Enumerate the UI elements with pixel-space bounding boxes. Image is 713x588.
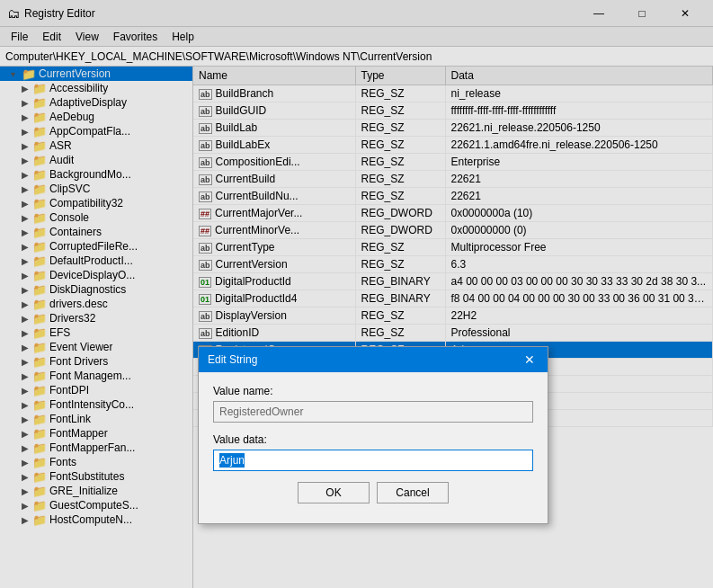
tree-item[interactable]: ▶📁Compatibility32	[0, 196, 192, 210]
tree-item[interactable]: ▶📁HostComputeN...	[0, 512, 192, 527]
ab-icon: ab	[199, 243, 212, 254]
tree-item[interactable]: ▶📁FontMapper	[0, 426, 192, 441]
menu-item-favorites[interactable]: Favorites	[106, 29, 165, 44]
menu-item-help[interactable]: Help	[165, 29, 201, 44]
row-type: REG_SZ	[355, 325, 445, 342]
tree-item[interactable]: ▶📁Event Viewer	[0, 340, 192, 354]
tree-arrow-icon[interactable]: ▶	[22, 170, 32, 180]
tree-item[interactable]: ▶📁FontDPI	[0, 383, 192, 397]
tree-item[interactable]: ▶📁GuestComputeS...	[0, 498, 192, 512]
tree-arrow-icon[interactable]: ▶	[22, 271, 32, 281]
table-row[interactable]: abEditionIDREG_SZProfessional	[193, 325, 713, 342]
tree-arrow-icon[interactable]: ▶	[22, 299, 32, 309]
dword-icon: ##	[199, 226, 211, 236]
tree-arrow-icon[interactable]: ▶	[22, 386, 32, 396]
folder-icon: 📁	[32, 139, 47, 152]
tree-arrow-icon[interactable]: ▶	[22, 400, 32, 410]
tree-item[interactable]: ▶📁Drivers32	[0, 311, 192, 325]
tree-arrow-icon[interactable]: ▶	[22, 328, 32, 338]
minimize-button[interactable]: —	[578, 4, 619, 23]
table-row[interactable]: abDisplayVersionREG_SZ22H2	[193, 307, 713, 325]
edit-string-dialog[interactable]: Edit String ✕ Value name: Value data: Ar…	[198, 346, 548, 524]
tree-item[interactable]: ▶📁Audit	[0, 153, 192, 167]
tree-item[interactable]: ▶📁Font Managem...	[0, 369, 192, 383]
row-name: abBuildLab	[193, 120, 355, 137]
tree-arrow-icon[interactable]: ▶	[22, 184, 32, 194]
tree-item[interactable]: ▶📁AeDebug	[0, 110, 192, 124]
table-row[interactable]: ##CurrentMinorVe...REG_DWORD0x00000000 (…	[193, 222, 713, 239]
tree-item[interactable]: ▶📁ClipSVC	[0, 182, 192, 196]
row-name: abEditionID	[193, 325, 355, 342]
tree-arrow-icon[interactable]: ▶	[22, 486, 32, 496]
table-row[interactable]: abCurrentBuildNu...REG_SZ22621	[193, 188, 713, 205]
tree-item[interactable]: ▶📁Containers	[0, 225, 192, 239]
table-row[interactable]: ##CurrentMajorVer...REG_DWORD0x0000000a …	[193, 205, 713, 222]
table-row[interactable]: abCurrentVersionREG_SZ6.3	[193, 256, 713, 273]
tree-arrow-icon[interactable]: ▶	[22, 156, 32, 165]
tree-item[interactable]: ▶📁FontIntensityCo...	[0, 397, 192, 412]
tree-arrow-icon[interactable]: ▶	[22, 472, 32, 482]
menu-item-file[interactable]: File	[4, 29, 35, 44]
tree-arrow-icon[interactable]: ▶	[22, 112, 32, 122]
tree-item[interactable]: ▶📁EFS	[0, 325, 192, 340]
maximize-button[interactable]: □	[621, 4, 663, 23]
tree-arrow-icon[interactable]: ▶	[22, 84, 32, 94]
tree-item[interactable]: ▶📁Accessibility	[0, 81, 192, 95]
table-row[interactable]: abCurrentBuildREG_SZ22621	[193, 171, 713, 188]
table-row[interactable]: 01DigitalProductIdREG_BINARYa4 00 00 00 …	[193, 273, 713, 290]
close-button[interactable]: ✕	[664, 4, 706, 23]
tree-arrow-icon[interactable]: ▶	[22, 371, 32, 381]
tree-item[interactable]: ▶📁Console	[0, 210, 192, 225]
tree-item[interactable]: ▶📁FontSubstitutes	[0, 469, 192, 484]
tree-arrow-icon[interactable]: ▶	[22, 141, 32, 151]
folder-icon: 📁	[32, 485, 47, 497]
table-row[interactable]: abCurrentTypeREG_SZMultiprocessor Free	[193, 239, 713, 256]
tree-arrow-icon[interactable]: ▶	[22, 285, 32, 295]
tree-arrow-icon[interactable]: ▶	[22, 227, 32, 237]
tree-item[interactable]: ▶📁DefaultProductI...	[0, 254, 192, 268]
table-row[interactable]: abBuildGUIDREG_SZffffffff-ffff-ffff-ffff…	[193, 102, 713, 120]
tree-arrow-icon[interactable]: ▶	[22, 443, 32, 453]
value-name-input[interactable]	[213, 401, 533, 423]
tree-arrow-icon[interactable]: ▾	[11, 69, 22, 79]
tree-item[interactable]: ▶📁AdaptiveDisplay	[0, 95, 192, 110]
tree-arrow-icon[interactable]: ▶	[22, 357, 32, 367]
tree-arrow-icon[interactable]: ▶	[22, 127, 32, 137]
table-row[interactable]: abBuildLabREG_SZ22621.ni_release.220506-…	[193, 120, 713, 137]
tree-arrow-icon[interactable]: ▶	[22, 213, 32, 223]
tree-item[interactable]: ▶📁Fonts	[0, 455, 192, 469]
tree-item[interactable]: ▶📁ASR	[0, 138, 192, 153]
tree-item[interactable]: ▶📁CorruptedFileRe...	[0, 239, 192, 254]
tree-arrow-icon[interactable]: ▶	[22, 242, 32, 252]
menu-item-view[interactable]: View	[68, 29, 106, 44]
row-type: REG_SZ	[355, 137, 445, 154]
table-row[interactable]: abBuildBranchREG_SZni_release	[193, 85, 713, 102]
tree-item[interactable]: ▶📁DeviceDisplayO...	[0, 268, 192, 282]
table-row[interactable]: 01DigitalProductId4REG_BINARYf8 04 00 00…	[193, 290, 713, 307]
tree-item[interactable]: ▶📁FontMapperFan...	[0, 441, 192, 455]
cancel-button[interactable]: Cancel	[377, 482, 449, 503]
tree-arrow-icon[interactable]: ▶	[22, 98, 32, 108]
tree-item[interactable]: ▶📁drivers.desc	[0, 297, 192, 311]
tree-arrow-icon[interactable]: ▶	[22, 515, 32, 525]
menu-item-edit[interactable]: Edit	[35, 29, 68, 44]
ok-button[interactable]: OK	[298, 482, 370, 503]
tree-item[interactable]: ▶📁Font Drivers	[0, 354, 192, 369]
tree-arrow-icon[interactable]: ▶	[22, 429, 32, 439]
table-row[interactable]: abBuildLabExREG_SZ22621.1.amd64fre.ni_re…	[193, 137, 713, 154]
tree-item[interactable]: ▶📁BackgroundMo...	[0, 167, 192, 182]
tree-item[interactable]: ▶📁GRE_Initialize	[0, 484, 192, 498]
tree-arrow-icon[interactable]: ▶	[22, 501, 32, 511]
tree-item[interactable]: ▶📁FontLink	[0, 412, 192, 426]
tree-item[interactable]: ▶📁AppCompatFla...	[0, 124, 192, 138]
tree-item[interactable]: ▾📁CurrentVersion	[0, 67, 192, 81]
tree-arrow-icon[interactable]: ▶	[22, 314, 32, 324]
tree-item[interactable]: ▶📁DiskDiagnostics	[0, 282, 192, 297]
tree-arrow-icon[interactable]: ▶	[22, 414, 32, 424]
dialog-close-button[interactable]: ✕	[521, 352, 539, 367]
tree-arrow-icon[interactable]: ▶	[22, 458, 32, 468]
table-row[interactable]: abCompositionEdi...REG_SZEnterprise	[193, 154, 713, 171]
tree-arrow-icon[interactable]: ▶	[22, 343, 32, 352]
tree-arrow-icon[interactable]: ▶	[22, 199, 32, 209]
tree-arrow-icon[interactable]: ▶	[22, 256, 32, 266]
